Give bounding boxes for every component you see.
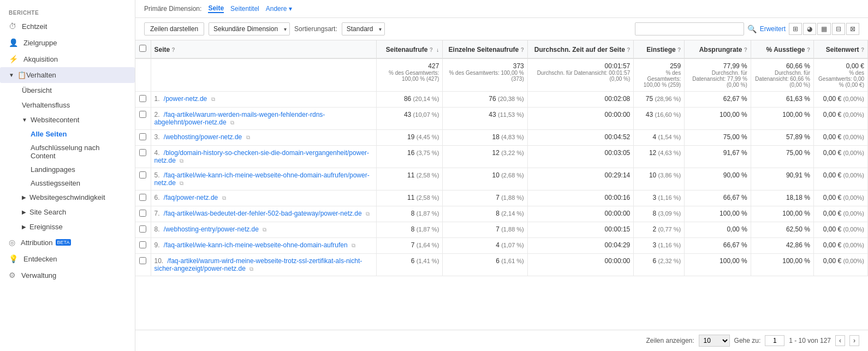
zeilen-select[interactable]: 10 25 50 100 500 1000	[699, 335, 730, 347]
view-grid-button[interactable]: ⊞	[789, 23, 802, 35]
einzelne-help-icon[interactable]: ?	[521, 47, 524, 53]
sekundaere-dimension-select[interactable]: Sekundäre Dimension	[209, 22, 290, 35]
seitenaufrufe-sort-icon[interactable]: ↓	[436, 47, 439, 53]
sidebar-item-site-search[interactable]: ▶ Site Search	[22, 205, 135, 219]
sidebar-item-uebersicht[interactable]: Übersicht	[22, 83, 135, 98]
row-checkbox-cell-3	[135, 146, 151, 168]
durchschn-help-icon[interactable]: ?	[627, 47, 630, 53]
row-checkbox-7[interactable]	[139, 225, 146, 233]
row-num-3: 4.	[154, 149, 162, 157]
pagination-prev-button[interactable]: ‹	[835, 335, 845, 346]
primary-dimension-bar: Primäre Dimension: Seite Seitentitel And…	[135, 0, 868, 18]
row-copy-icon-7[interactable]: ⧉	[263, 227, 266, 233]
sidebar-item-websitegeschwindigkeit[interactable]: ▶ Websitegeschwindigkeit	[22, 190, 135, 205]
row-copy-icon-1[interactable]: ⧉	[230, 120, 234, 126]
sidebar-item-verhaltensfluss[interactable]: Verhaltensfluss	[22, 98, 135, 112]
dim-seite-link[interactable]: Seite	[208, 4, 224, 13]
sidebar-item-attribution[interactable]: ◎ Attribution BETA	[0, 234, 135, 251]
zeilen-darstellen-button[interactable]: Zeilen darstellen	[144, 22, 204, 35]
table-row: 9. /faq-artikel/wie-kann-ich-meine-webse…	[135, 238, 868, 254]
row-page-link-8[interactable]: /faq-artikel/wie-kann-ich-meine-webseite…	[164, 241, 348, 249]
search-button[interactable]: 🔍	[747, 25, 757, 33]
pagination-next-button[interactable]: ›	[849, 335, 859, 346]
view-compare-button[interactable]: ⊠	[846, 23, 859, 35]
view-bar-button[interactable]: ▦	[817, 23, 831, 35]
view-table2-button[interactable]: ⊟	[832, 23, 845, 35]
sidebar-item-entdecken[interactable]: 💡 Entdecken	[0, 251, 135, 267]
gehe-zu-input[interactable]	[765, 335, 784, 346]
row-copy-icon-2[interactable]: ⧉	[246, 134, 250, 140]
th-einstiege: Einstiege ?	[634, 40, 685, 58]
sidebar-item-websitecontent[interactable]: ▼ Websitecontent	[22, 112, 135, 127]
row-checkbox-4[interactable]	[139, 171, 146, 179]
table-row: 4. /blog/domain-history-so-checken-sie-d…	[135, 146, 868, 168]
row-checkbox-0[interactable]	[139, 95, 146, 102]
row-checkbox-6[interactable]	[139, 210, 146, 217]
row-copy-icon-5[interactable]: ⧉	[222, 195, 226, 201]
row-checkbox-1[interactable]	[139, 111, 146, 118]
sortierungsart-select[interactable]: Standard	[342, 22, 385, 35]
row-copy-icon-4[interactable]: ⧉	[180, 180, 183, 186]
row-einzelne-7: 7 (1,88 %)	[443, 222, 527, 238]
zeilen-label: Zeilen anzeigen:	[646, 337, 694, 344]
erweitert-link[interactable]: Erweitert	[760, 25, 786, 33]
sidebar-item-aufschluesselung[interactable]: Aufschlüsselung nach Content	[31, 141, 135, 163]
row-checkbox-3[interactable]	[139, 149, 146, 156]
row-checkbox-8[interactable]	[139, 241, 146, 248]
row-copy-icon-6[interactable]: ⧉	[366, 211, 370, 217]
page-help-icon[interactable]: ?	[172, 47, 175, 53]
row-page-link-9[interactable]: /faq-artikel/warum-wird-meine-webseite-t…	[154, 257, 362, 272]
summary-durchschn-cell: 00:01:57 Durchschn. für Datenansicht: 00…	[527, 58, 634, 92]
sortierungsart-wrap[interactable]: Standard	[342, 22, 385, 35]
row-page-link-3[interactable]: /blog/domain-history-so-checken-sie-die-…	[154, 149, 370, 164]
row-copy-icon-8[interactable]: ⧉	[352, 242, 355, 248]
row-page-link-2[interactable]: /webhosting/power-netz.de	[164, 133, 242, 141]
row-page-link-4[interactable]: /faq-artikel/wie-kann-ich-meine-webseite…	[154, 171, 370, 187]
select-all-checkbox[interactable]	[139, 45, 146, 52]
row-absprungrate-0: 62,67 %	[685, 92, 751, 108]
sidebar-item-landingpages[interactable]: Landingpages	[31, 163, 135, 176]
seitenaufrufe-help-icon[interactable]: ?	[430, 47, 433, 53]
row-page-link-7[interactable]: /webhosting-entry/power-netz.de	[164, 225, 259, 233]
view-pie-button[interactable]: ◕	[803, 23, 816, 35]
row-durchschn-0: 00:02:08	[527, 92, 634, 108]
row-durchschn-3: 00:03:05	[527, 146, 634, 168]
sidebar-item-ausstiegsseiten[interactable]: Ausstiegsseiten	[31, 176, 135, 190]
sidebar-item-alle-seiten[interactable]: Alle Seiten	[31, 127, 135, 141]
row-seitenwert-9: 0,00 € (0,00%)	[813, 254, 867, 276]
sidebar-item-verhalten[interactable]: ▼ 📋 Verhalten	[0, 67, 135, 83]
row-page-link-6[interactable]: /faq-artikel/was-bedeutet-der-fehler-502…	[164, 210, 362, 217]
ausstiege-help-icon[interactable]: ?	[807, 47, 810, 53]
sidebar-item-ereignisse[interactable]: ▶ Ereignisse	[22, 219, 135, 234]
summary-ausstiege-cell: 60,66 % Durchschn. für Datenansicht: 60,…	[751, 58, 813, 92]
einstiege-help-icon[interactable]: ?	[677, 47, 681, 53]
table-row: 2. /faq-artikel/warum-werden-mails-wegen…	[135, 108, 868, 130]
seitenwert-help-icon[interactable]: ?	[861, 47, 864, 53]
sekundaere-dimension-wrap[interactable]: Sekundäre Dimension	[209, 22, 290, 35]
row-einstiege-5: 3 (1,16 %)	[634, 191, 685, 206]
row-copy-icon-3[interactable]: ⧉	[180, 158, 183, 164]
sidebar-item-zielgruppe[interactable]: 👤 Zielgruppe	[0, 34, 135, 51]
row-ausstiege-2: 57,89 %	[751, 130, 813, 146]
row-page-link-5[interactable]: /faq/power-netz.de	[164, 194, 218, 201]
row-page-cell-7: 8. /webhosting-entry/power-netz.de ⧉	[151, 222, 376, 238]
sidebar-item-echtzeit[interactable]: ⏱ Echtzeit	[0, 18, 135, 34]
dim-seitentitel-link[interactable]: Seitentitel	[230, 5, 259, 13]
row-absprungrate-2: 75,00 %	[685, 130, 751, 146]
row-checkbox-2[interactable]	[139, 133, 146, 140]
sidebar-item-verwaltung[interactable]: ⚙ Verwaltung	[0, 267, 135, 283]
row-checkbox-5[interactable]	[139, 194, 146, 201]
zielgruppe-icon: 👤	[9, 38, 18, 47]
search-input[interactable]	[635, 22, 744, 35]
row-page-link-0[interactable]: /power-netz.de	[164, 95, 207, 103]
row-checkbox-9[interactable]	[139, 257, 146, 264]
row-einzelne-5: 7 (1,88 %)	[443, 191, 527, 206]
absprungrate-help-icon[interactable]: ?	[744, 47, 747, 53]
dim-andere-link[interactable]: Andere ▾	[266, 5, 292, 13]
sidebar-item-akquisition[interactable]: ⚡ Akquisition	[0, 51, 135, 67]
row-copy-icon-9[interactable]: ⧉	[249, 266, 253, 272]
row-page-link-1[interactable]: /faq-artikel/warum-werden-mails-wegen-fe…	[154, 111, 325, 126]
row-checkbox-cell-8	[135, 238, 151, 254]
row-copy-icon-0[interactable]: ⧉	[211, 96, 215, 102]
data-table: Seite ? Seitenaufrufe ? ↓ Einzelne Seite…	[135, 40, 868, 276]
